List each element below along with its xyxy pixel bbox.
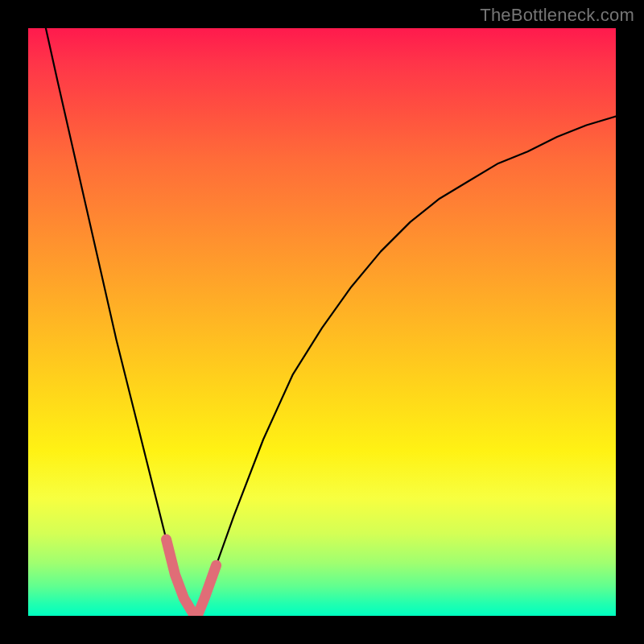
- curve-layer: [28, 28, 616, 616]
- bottleneck-curve-highlight: [167, 539, 217, 613]
- watermark-text: TheBottleneck.com: [480, 5, 634, 26]
- bottleneck-curve-black: [46, 28, 616, 613]
- chart-frame: TheBottleneck.com: [0, 0, 644, 644]
- plot-area: [28, 28, 616, 616]
